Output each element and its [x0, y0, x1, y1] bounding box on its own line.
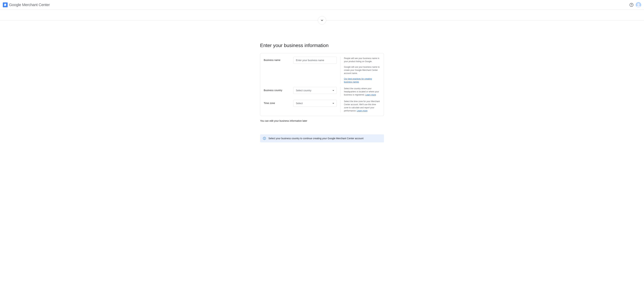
time-zone-learn-more-link[interactable]: Learn more	[357, 110, 368, 112]
business-name-hint-1: People will see your business name in yo…	[344, 57, 380, 63]
brand-text: Google Merchant Center	[9, 2, 50, 7]
business-country-placeholder: Select country	[296, 89, 312, 92]
brand: Google Merchant Center	[3, 2, 50, 7]
business-country-label: Business country	[264, 87, 293, 96]
expand-button[interactable]	[318, 16, 326, 24]
business-name-input[interactable]	[293, 57, 337, 64]
business-name-hint: People will see your business name in yo…	[340, 57, 380, 84]
time-zone-row: Time zone Select Select the time zone fo…	[260, 100, 384, 112]
brand-product: Merchant Center	[21, 2, 50, 7]
time-zone-placeholder: Select	[296, 102, 303, 105]
caret-down-icon	[332, 103, 334, 104]
business-name-hint-2: Google will use your business name to cr…	[344, 65, 380, 75]
business-name-label: Business name	[264, 57, 293, 84]
business-country-learn-more-link[interactable]: Learn more	[365, 94, 376, 96]
business-country-row: Business country Select country Select t…	[260, 87, 384, 96]
merchant-center-logo-icon	[3, 2, 8, 7]
page-title: Enter your business information	[260, 43, 384, 48]
business-name-row: Business name People will see your busin…	[260, 57, 384, 84]
chevron-down-icon	[320, 18, 324, 22]
brand-google: Google	[9, 2, 21, 7]
collapse-section	[0, 10, 644, 20]
help-icon[interactable]	[630, 3, 634, 7]
edit-later-note: You can edit your business information l…	[260, 120, 384, 122]
svg-point-2	[632, 5, 632, 6]
info-banner-text: Select your business country to continue…	[268, 137, 364, 140]
info-banner: Select your business country to continue…	[260, 134, 384, 142]
header-actions	[630, 2, 641, 8]
info-icon	[263, 137, 266, 140]
business-country-hint: Select the country where your headquarte…	[340, 87, 380, 96]
business-info-card: Business name People will see your busin…	[260, 53, 384, 116]
caret-down-icon	[332, 90, 334, 91]
avatar[interactable]	[636, 2, 641, 8]
business-name-best-practices-link[interactable]: Our best practices for creating business…	[344, 78, 372, 83]
time-zone-label: Time zone	[264, 100, 293, 112]
app-header: Google Merchant Center	[0, 0, 644, 10]
time-zone-select[interactable]: Select	[293, 100, 337, 107]
time-zone-hint: Select the time zone for your Merchant C…	[340, 100, 380, 112]
business-country-select[interactable]: Select country	[293, 87, 337, 94]
main-content: Enter your business information Business…	[260, 20, 384, 142]
